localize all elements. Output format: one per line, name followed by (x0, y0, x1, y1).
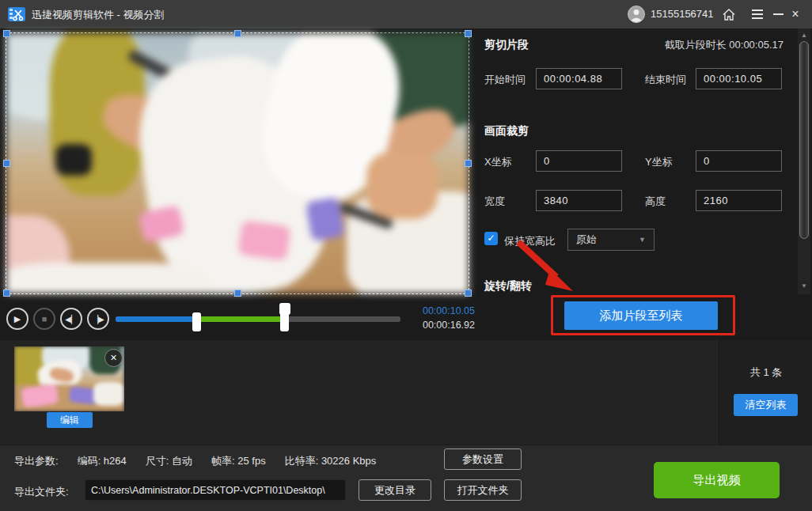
codec-value: 编码: h264 (78, 454, 127, 468)
clip-list-summary: 共 1 条 清空列表 (719, 340, 812, 445)
photo-blob (6, 263, 212, 293)
rotate-section-title: 旋转/翻转 (484, 279, 532, 293)
segment-duration-value: 00:00:05.17 (729, 39, 784, 51)
segment-duration-label: 截取片段时长 (665, 39, 727, 51)
export-params-row: 导出参数: 编码: h264 尺寸: 自动 帧率: 25 fps 比特率: 30… (14, 454, 376, 468)
export-path-input[interactable] (85, 479, 346, 501)
timeline-remaining-segment (285, 316, 400, 322)
home-icon[interactable] (717, 0, 741, 28)
start-time-input[interactable] (536, 68, 622, 89)
app-title: 迅捷视频剪辑软件 - 视频分割 (32, 8, 165, 22)
stop-button[interactable]: ■ (33, 308, 55, 330)
titlebar: 迅捷视频剪辑软件 - 视频分割 15155156741 × (0, 0, 812, 28)
panel-scrollbar[interactable]: ▲ ▼ (798, 28, 810, 294)
export-folder-label: 导出文件夹: (14, 485, 69, 499)
export-params-label: 导出参数: (14, 454, 59, 468)
photo-blob (93, 382, 124, 406)
scroll-up-icon[interactable]: ▲ (798, 32, 810, 39)
aspect-ratio-label: 保持宽高比 (504, 234, 556, 248)
photo-blob (237, 220, 291, 261)
remove-clip-icon[interactable]: × (104, 349, 123, 367)
timeline-track[interactable] (116, 316, 400, 322)
aspect-ratio-checkbox[interactable]: ✓ (484, 232, 498, 245)
edit-clip-button[interactable]: 编辑 (47, 412, 93, 428)
timeline-selected-segment (197, 316, 285, 322)
clip-count: 共 1 条 (719, 365, 812, 380)
clear-list-button[interactable]: 清空列表 (734, 394, 798, 416)
crop-handle-mid-left[interactable] (3, 160, 10, 167)
video-preview[interactable] (6, 33, 469, 293)
bitrate-value: 比特率: 30226 Kbps (285, 454, 377, 468)
crop-handle-mid-right[interactable] (465, 160, 472, 167)
end-time-input[interactable] (696, 68, 782, 89)
play-button[interactable]: ▶ (6, 308, 28, 330)
current-time: 00:00:10.05 (412, 305, 475, 316)
clip-thumbnail[interactable]: × (14, 346, 124, 411)
trim-end-handle[interactable] (280, 312, 289, 331)
trim-start-handle[interactable] (192, 312, 201, 331)
height-label: 高度 (645, 195, 666, 209)
video-frame (6, 33, 469, 293)
aspect-ratio-select[interactable]: 原始 ▼ (567, 229, 655, 251)
end-time-label: 结束时间 (645, 73, 686, 87)
close-icon[interactable]: × (784, 0, 807, 28)
crop-handle-bottom-left[interactable] (3, 290, 10, 297)
height-input[interactable] (696, 190, 782, 211)
x-coord-label: X坐标 (484, 155, 512, 169)
aspect-ratio-selected: 原始 (576, 233, 597, 245)
next-frame-button[interactable]: ▕▶ (87, 308, 109, 330)
y-coord-input[interactable] (696, 150, 782, 172)
x-coord-input[interactable] (536, 150, 622, 172)
crop-section-title: 画面裁剪 (484, 124, 529, 138)
open-folder-button[interactable]: 打开文件夹 (444, 479, 522, 501)
crop-handle-top-right[interactable] (465, 30, 472, 37)
crop-handle-top-left[interactable] (3, 30, 10, 37)
app-logo-icon (8, 6, 25, 23)
scrollbar-thumb[interactable] (799, 41, 809, 239)
width-input[interactable] (536, 190, 622, 211)
photo-blob (366, 152, 438, 219)
playhead-handle[interactable] (279, 303, 290, 315)
user-avatar[interactable] (628, 6, 645, 23)
cut-section-title: 剪切片段 (484, 38, 529, 52)
total-time: 00:00:16.92 (412, 320, 475, 331)
chevron-down-icon: ▼ (639, 229, 646, 250)
clip-list: × 编辑 共 1 条 清空列表 (0, 340, 812, 445)
size-value: 尺寸: 自动 (146, 454, 192, 468)
minimize-line (773, 13, 784, 15)
prev-frame-button[interactable]: ◀▏ (60, 308, 82, 330)
photo-blob (305, 197, 345, 242)
user-phone[interactable]: 15155156741 (651, 8, 714, 20)
fps-value: 帧率: 25 fps (211, 454, 266, 468)
timeline-played-segment (116, 316, 197, 322)
menu-lines (752, 13, 763, 15)
export-bar: 导出参数: 编码: h264 尺寸: 自动 帧率: 25 fps 比特率: 30… (0, 445, 812, 511)
check-icon: ✓ (487, 233, 495, 244)
scroll-down-icon[interactable]: ▼ (798, 282, 810, 290)
segment-duration: 截取片段时长 00:00:05.17 (586, 38, 784, 52)
export-video-button[interactable]: 导出视频 (654, 462, 780, 498)
change-dir-button[interactable]: 更改目录 (359, 479, 431, 501)
crop-handle-top-center[interactable] (234, 30, 241, 37)
start-time-label: 开始时间 (484, 73, 526, 87)
crop-handle-bottom-center[interactable] (234, 290, 241, 297)
app-window: 迅捷视频剪辑软件 - 视频分割 15155156741 × (0, 0, 812, 511)
y-coord-label: Y坐标 (645, 155, 673, 169)
param-settings-button[interactable]: 参数设置 (444, 449, 522, 470)
crop-handle-bottom-right[interactable] (465, 290, 472, 297)
width-label: 宽度 (484, 195, 505, 209)
photo-blob (55, 144, 92, 176)
add-clip-button[interactable]: 添加片段至列表 (564, 301, 718, 330)
